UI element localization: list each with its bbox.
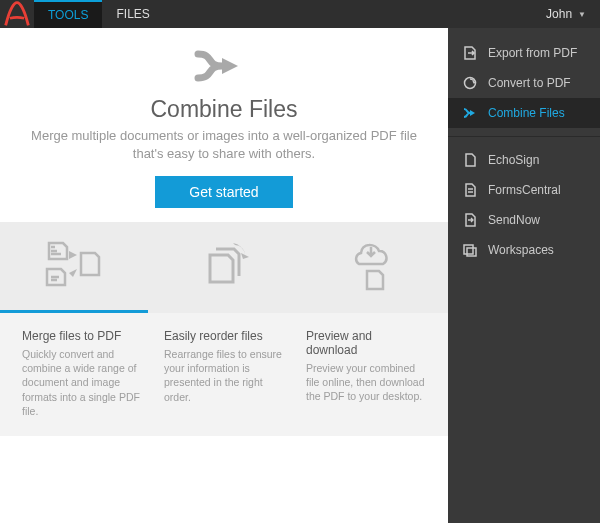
workspaces-icon (462, 242, 478, 258)
page-subtitle: Merge multiple documents or images into … (28, 127, 420, 162)
feature-card: Merge files to PDF Quickly convert and c… (22, 329, 142, 418)
convert-icon (462, 75, 478, 91)
sidebar-item-label: Convert to PDF (488, 76, 571, 90)
sidebar-item-label: FormsCentral (488, 183, 561, 197)
sidebar-item-convert-pdf[interactable]: Convert to PDF (448, 68, 600, 98)
sidebar-separator (448, 136, 600, 137)
combine-icon (28, 46, 420, 90)
topbar: TOOLS FILES John ▼ (0, 0, 600, 28)
document-icon (462, 152, 478, 168)
sidebar-item-label: Workspaces (488, 243, 554, 257)
feature-title: Easily reorder files (164, 329, 284, 343)
sidebar: Export from PDF Convert to PDF Combine F… (448, 28, 600, 523)
acrobat-logo-icon (0, 0, 34, 28)
get-started-button[interactable]: Get started (155, 176, 292, 208)
sidebar-item-label: Combine Files (488, 106, 565, 120)
sidebar-item-combine-files[interactable]: Combine Files (448, 98, 600, 128)
tab-label: TOOLS (48, 8, 88, 22)
tab-tools[interactable]: TOOLS (34, 0, 102, 28)
export-icon (462, 45, 478, 61)
send-icon (462, 212, 478, 228)
feature-title: Merge files to PDF (22, 329, 142, 343)
svg-rect-2 (467, 248, 476, 256)
combine-icon (462, 105, 478, 121)
feature-desc: Rearrange files to ensure your informati… (164, 347, 284, 404)
form-icon (462, 182, 478, 198)
sidebar-item-label: SendNow (488, 213, 540, 227)
user-name: John (546, 7, 572, 21)
sidebar-item-export-pdf[interactable]: Export from PDF (448, 38, 600, 68)
feature-descriptions: Merge files to PDF Quickly convert and c… (0, 313, 448, 436)
feature-card: Preview and download Preview your combin… (306, 329, 426, 418)
tab-label: FILES (116, 7, 149, 21)
download-icon (299, 237, 447, 295)
sidebar-item-echosign[interactable]: EchoSign (448, 145, 600, 175)
svg-rect-1 (464, 245, 473, 254)
merge-files-icon (1, 237, 149, 295)
sidebar-item-label: Export from PDF (488, 46, 577, 60)
feature-desc: Quickly convert and combine a wide range… (22, 347, 142, 418)
chevron-down-icon: ▼ (578, 10, 586, 19)
feature-illustrations (0, 222, 448, 310)
feature-desc: Preview your combined file online, then … (306, 361, 426, 404)
sidebar-item-label: EchoSign (488, 153, 539, 167)
reorder-icon (150, 237, 298, 295)
hero: Combine Files Merge multiple documents o… (0, 28, 448, 222)
feature-title: Preview and download (306, 329, 426, 357)
user-menu[interactable]: John ▼ (532, 0, 600, 28)
main-panel: Combine Files Merge multiple documents o… (0, 28, 448, 523)
tab-files[interactable]: FILES (102, 0, 163, 28)
sidebar-item-formscentral[interactable]: FormsCentral (448, 175, 600, 205)
feature-card: Easily reorder files Rearrange files to … (164, 329, 284, 418)
sidebar-item-workspaces[interactable]: Workspaces (448, 235, 600, 265)
page-title: Combine Files (28, 96, 420, 123)
sidebar-item-sendnow[interactable]: SendNow (448, 205, 600, 235)
